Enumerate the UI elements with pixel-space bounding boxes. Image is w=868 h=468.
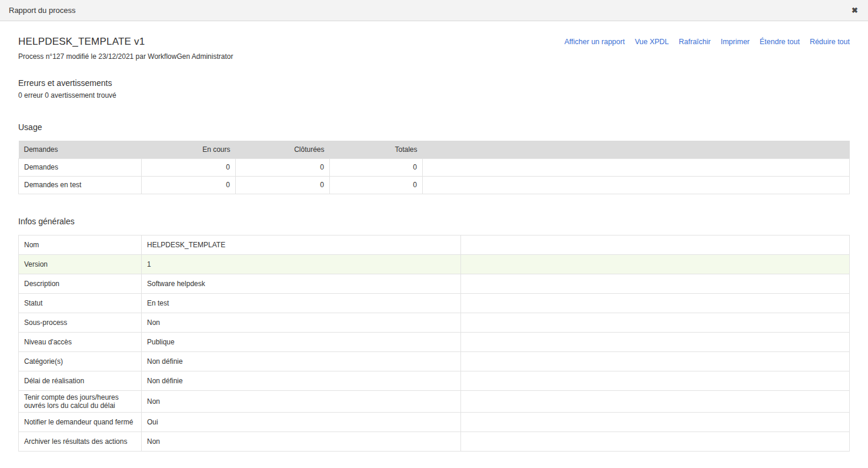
usage-col-en-cours: En cours xyxy=(142,141,236,158)
info-value: 1 xyxy=(142,254,461,274)
usage-row-label: Demandes xyxy=(19,158,142,176)
table-row: Niveau d'accès Publique xyxy=(19,332,850,351)
infos-heading: Infos générales xyxy=(18,217,850,226)
info-label: Notifier le demandeur quand fermé xyxy=(19,412,142,432)
usage-cell-spacer xyxy=(423,158,850,176)
etendre-tout-link[interactable]: Étendre tout xyxy=(760,38,800,46)
close-icon[interactable]: ✖ xyxy=(850,5,859,15)
info-value: HELPDESK_TEMPLATE xyxy=(142,235,461,254)
info-value: Oui xyxy=(142,412,461,432)
vue-xpdl-link[interactable]: Vue XPDL xyxy=(635,38,669,46)
info-spacer xyxy=(461,274,850,293)
info-spacer xyxy=(461,412,850,432)
table-row: Catégorie(s) Non définie xyxy=(19,351,850,371)
errors-section: Erreurs et avertissements 0 erreur 0 ave… xyxy=(18,78,850,99)
table-row: Demandes en test 0 0 0 xyxy=(19,176,850,194)
usage-table: Demandes En cours Clôturées Totales Dema… xyxy=(18,141,850,194)
usage-col-demandes: Demandes xyxy=(19,141,142,158)
info-spacer xyxy=(461,351,850,371)
usage-cell-totales: 0 xyxy=(330,158,423,176)
usage-cell-en-cours: 0 xyxy=(142,176,236,194)
usage-cell-en-cours: 0 xyxy=(142,158,236,176)
info-value: Non xyxy=(142,313,461,332)
report-header: HELPDESK_TEMPLATE v1 Process n°127 modif… xyxy=(18,36,850,61)
usage-col-spacer xyxy=(423,141,850,158)
info-label: Version xyxy=(19,254,142,274)
dialog-titlebar: Rapport du process ✖ xyxy=(0,0,868,21)
report-content: HELPDESK_TEMPLATE v1 Process n°127 modif… xyxy=(0,36,868,468)
info-value: Publique xyxy=(142,332,461,351)
info-spacer xyxy=(461,235,850,254)
info-value: Non définie xyxy=(142,351,461,371)
reduire-tout-link[interactable]: Réduire tout xyxy=(810,38,850,46)
info-label: Sous-process xyxy=(19,313,142,332)
usage-cell-cloturees: 0 xyxy=(236,158,330,176)
table-row-highlighted: Version 1 xyxy=(19,254,850,274)
info-label: Archiver les résultats des actions xyxy=(19,432,142,451)
info-spacer xyxy=(461,371,850,390)
table-row: Archiver les résultats des actions Non xyxy=(19,432,850,451)
usage-heading: Usage xyxy=(18,122,850,132)
info-label: Nom xyxy=(19,235,142,254)
afficher-un-rapport-link[interactable]: Afficher un rapport xyxy=(565,38,625,46)
info-spacer xyxy=(461,313,850,332)
info-label: Catégorie(s) xyxy=(19,351,142,371)
usage-header-row: Demandes En cours Clôturées Totales xyxy=(19,141,850,158)
page-title: HELPDESK_TEMPLATE v1 xyxy=(18,36,233,48)
info-spacer xyxy=(461,390,850,412)
table-row: Description Software helpdesk xyxy=(19,274,850,293)
process-subtitle: Process n°127 modifié le 23/12/2021 par … xyxy=(18,52,233,61)
info-label: Niveau d'accès xyxy=(19,332,142,351)
info-value: Software helpdesk xyxy=(142,274,461,293)
errors-summary: 0 erreur 0 avertissement trouvé xyxy=(18,91,850,99)
table-row: Délai de réalisation Non définie xyxy=(19,371,850,390)
info-spacer xyxy=(461,332,850,351)
errors-heading: Erreurs et avertissements xyxy=(18,78,850,88)
infos-table: Nom HELPDESK_TEMPLATE Version 1 Descript… xyxy=(18,235,850,452)
info-label: Délai de réalisation xyxy=(19,371,142,390)
table-row: Notifier le demandeur quand fermé Oui xyxy=(19,412,850,432)
info-spacer xyxy=(461,254,850,274)
info-spacer xyxy=(461,293,850,313)
imprimer-link[interactable]: Imprimer xyxy=(720,38,749,46)
info-spacer xyxy=(461,432,850,451)
usage-col-cloturees: Clôturées xyxy=(236,141,330,158)
table-row: Sous-process Non xyxy=(19,313,850,332)
table-row: Tenir compte des jours/heures ouvrés lor… xyxy=(19,390,850,412)
info-label: Description xyxy=(19,274,142,293)
usage-cell-spacer xyxy=(423,176,850,194)
info-value: En test xyxy=(142,293,461,313)
info-label: Tenir compte des jours/heures ouvrés lor… xyxy=(19,390,142,412)
info-label: Statut xyxy=(19,293,142,313)
info-value: Non définie xyxy=(142,371,461,390)
table-row: Statut En test xyxy=(19,293,850,313)
usage-row-label: Demandes en test xyxy=(19,176,142,194)
dialog-title: Rapport du process xyxy=(9,6,75,15)
title-block: HELPDESK_TEMPLATE v1 Process n°127 modif… xyxy=(18,36,233,61)
usage-cell-cloturees: 0 xyxy=(236,176,330,194)
usage-cell-totales: 0 xyxy=(330,176,423,194)
info-value: Non xyxy=(142,390,461,412)
table-row: Demandes 0 0 0 xyxy=(19,158,850,176)
usage-col-totales: Totales xyxy=(330,141,423,158)
action-links: Afficher un rapport Vue XPDL Rafraîchir … xyxy=(565,38,850,46)
table-row: Nom HELPDESK_TEMPLATE xyxy=(19,235,850,254)
info-value: Non xyxy=(142,432,461,451)
rafraichir-link[interactable]: Rafraîchir xyxy=(679,38,710,46)
